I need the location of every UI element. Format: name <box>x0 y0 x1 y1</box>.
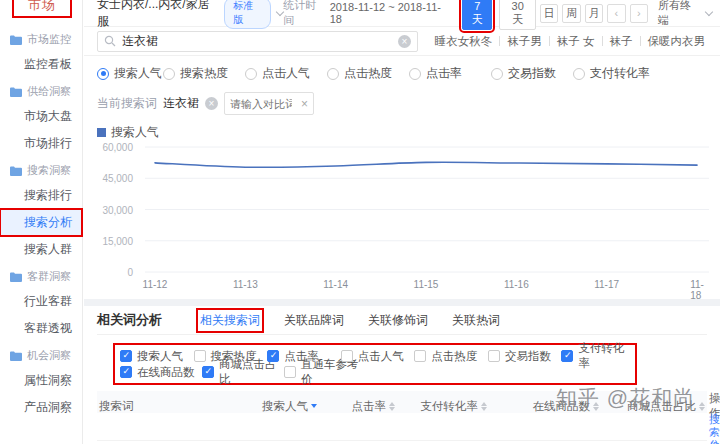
sidebar-item-market-rank[interactable]: 市场排行 <box>0 130 82 157</box>
search-row: × 睡衣女秋冬 袜子男 袜子 女 袜子 保暖内衣男 <box>84 27 720 56</box>
metric-radio-click-heat[interactable]: 点击热度 <box>327 65 409 82</box>
col-pay-conversion[interactable]: 支付转化率 <box>399 399 491 414</box>
filter-pay-conversion[interactable]: 支付转化率 <box>561 341 635 371</box>
terminal-dropdown[interactable]: 所有终端 <box>658 0 712 28</box>
tab-hot-words[interactable]: 关联热词 <box>452 312 500 329</box>
sidebar-item-search-rank[interactable]: 搜索排行 <box>0 182 82 209</box>
metric-radio-trade-index[interactable]: 交易指数 <box>491 65 573 82</box>
date-range: 2018-11-12 ~ 2018-11-18 <box>330 1 449 25</box>
remove-word-icon[interactable]: × <box>205 97 218 110</box>
category-selector[interactable]: 女士内衣/...内衣/家居服 <box>97 0 218 30</box>
metric-radio-pay-conversion[interactable]: 支付转化率 <box>573 65 655 82</box>
sidebar-group-label: 市场监控 <box>27 32 71 47</box>
checkbox-icon <box>194 350 206 362</box>
sidebar-item-product-insight[interactable]: 产品洞察 <box>0 394 82 421</box>
sidebar: 市场 市场监控 监控看板 供给洞察 市场大盘 市场排行 搜索洞察 搜索排行 搜索… <box>0 0 83 444</box>
checkbox-icon <box>414 350 426 362</box>
sidebar-group-audience-insight[interactable]: 客群洞察 <box>0 263 82 288</box>
metric-radio-ctr[interactable]: 点击率 <box>409 65 491 82</box>
metric-filters-annotation-box: 搜索人气 搜索热度 点击率 点击人气 点击热度 交易指数 支付转化率 在线商品数… <box>113 343 637 385</box>
range-7d-button[interactable]: 7天 <box>462 0 493 30</box>
sidebar-item-audience-perspective[interactable]: 客群透视 <box>0 315 82 342</box>
prev-period-button[interactable]: ‹ <box>607 4 625 23</box>
checkbox-icon <box>284 366 296 378</box>
compare-input[interactable] <box>230 98 292 110</box>
trend-panel: 搜索人气 搜索热度 点击人气 点击热度 点击率 交易指数 支付转化率 当前搜索词… <box>84 56 720 293</box>
sidebar-item-market-overview[interactable]: 市场大盘 <box>0 103 82 130</box>
module-annotation-box: 市场 <box>12 0 72 18</box>
search-analysis-link[interactable]: 搜索分析 <box>709 413 720 444</box>
folder-icon <box>10 87 22 97</box>
granularity-month-button[interactable]: 月 <box>585 4 603 23</box>
clear-search-icon[interactable]: × <box>398 35 411 48</box>
folder-icon <box>10 351 22 361</box>
sidebar-group-opportunity-insight[interactable]: 机会洞察 <box>0 342 82 367</box>
sidebar-group-label: 客群洞察 <box>27 269 71 284</box>
clear-compare-icon[interactable]: × <box>301 97 308 111</box>
metric-radio-click-popularity[interactable]: 点击人气 <box>245 65 327 82</box>
tab-brand-words[interactable]: 关联品牌词 <box>284 312 344 329</box>
sidebar-group-label: 搜索洞察 <box>27 163 71 178</box>
trend-chart-svg <box>145 143 709 277</box>
tab-related-search-words[interactable]: 相关搜索词 <box>200 312 260 329</box>
granularity-week-button[interactable]: 周 <box>562 4 580 23</box>
checkbox-icon <box>120 366 132 378</box>
filter-row-2: 在线商品数 商城点击占比 直通车参考价 <box>120 364 635 380</box>
filter-online-items[interactable]: 在线商品数 <box>120 365 202 380</box>
topbar: 女士内衣/...内衣/家居服 标准版 统计时间 2018-11-12 ~ 201… <box>84 0 720 27</box>
table-row: 连衣裙 162,779 159.39% 2.00% 27,999,566 43.… <box>97 413 707 441</box>
next-period-button[interactable]: › <box>630 4 648 23</box>
related-words-section: 相关词分析 相关搜索词 关联品牌词 关联修饰词 关联热词 搜索人气 搜索热度 点… <box>84 306 720 444</box>
hot-word[interactable]: 袜子 <box>603 34 640 49</box>
current-word-label: 当前搜索词 <box>97 95 157 112</box>
metric-radio-search-popularity[interactable]: 搜索人气 <box>97 65 163 82</box>
filter-ztc-ref-price[interactable]: 直通车参考价 <box>284 357 366 387</box>
metric-radio-row: 搜索人气 搜索热度 点击人气 点击热度 点击率 交易指数 支付转化率 <box>97 65 707 82</box>
radio-icon <box>163 68 175 80</box>
hot-word[interactable]: 袜子男 <box>500 34 549 49</box>
sort-icon <box>699 402 705 411</box>
metric-radio-search-heat[interactable]: 搜索热度 <box>163 65 245 82</box>
x-tick-label: 11-12 <box>143 279 168 290</box>
radio-icon <box>97 68 109 80</box>
hot-word[interactable]: 保暖内衣男 <box>641 34 713 49</box>
trend-chart: 015,00030,00045,00060,000 <box>97 143 707 277</box>
sort-desc-icon <box>311 404 317 408</box>
sidebar-item-search-audience[interactable]: 搜索人群 <box>0 236 82 263</box>
x-tick-label: 11-16 <box>504 279 529 290</box>
filter-search-popularity[interactable]: 搜索人气 <box>120 349 194 364</box>
search-icon <box>104 35 116 47</box>
hot-search-words: 睡衣女秋冬 袜子男 袜子 女 袜子 保暖内衣男 <box>428 34 712 49</box>
radio-icon <box>327 68 339 80</box>
y-tick-label: 60,000 <box>97 142 133 153</box>
hot-word[interactable]: 袜子 女 <box>550 34 602 49</box>
filter-click-popularity[interactable]: 点击人气 <box>341 349 415 364</box>
sidebar-item-attribute-insight[interactable]: 属性洞察 <box>0 367 82 394</box>
sidebar-group-market-monitor[interactable]: 市场监控 <box>0 26 82 51</box>
search-input-box[interactable]: × <box>97 31 418 52</box>
checkbox-icon <box>561 350 573 362</box>
sidebar-group-search-insight[interactable]: 搜索洞察 <box>0 157 82 182</box>
col-ctr[interactable]: 点击率 <box>321 399 399 414</box>
sidebar-item-industry-audience[interactable]: 行业客群 <box>0 288 82 315</box>
tab-modifier-words[interactable]: 关联修饰词 <box>368 312 428 329</box>
sort-icon <box>389 402 395 411</box>
sidebar-group-supply-insight[interactable]: 供给洞察 <box>0 78 82 103</box>
watermark: 知乎 @花和尚 <box>556 384 695 412</box>
granularity-day-button[interactable]: 日 <box>540 4 558 23</box>
chart-legend: 搜索人气 <box>97 124 707 141</box>
sidebar-item-search-analysis[interactable]: 搜索分析 <box>0 209 82 236</box>
compare-input-box[interactable]: × <box>224 92 314 115</box>
search-input[interactable] <box>122 34 392 48</box>
range-30d-button[interactable]: 30天 <box>499 0 535 30</box>
filter-click-heat[interactable]: 点击热度 <box>414 349 488 364</box>
y-tick-label: 30,000 <box>97 205 133 216</box>
sidebar-item-monitor-dashboard[interactable]: 监控看板 <box>0 51 82 78</box>
col-search-popularity[interactable]: 搜索人气 <box>229 399 321 414</box>
hot-word[interactable]: 睡衣女秋冬 <box>428 34 500 49</box>
checkbox-icon <box>267 350 279 362</box>
y-tick-label: 15,000 <box>97 236 133 247</box>
filter-trade-index[interactable]: 交易指数 <box>488 349 562 364</box>
legend-label: 搜索人气 <box>111 124 159 141</box>
radio-icon <box>245 68 257 80</box>
